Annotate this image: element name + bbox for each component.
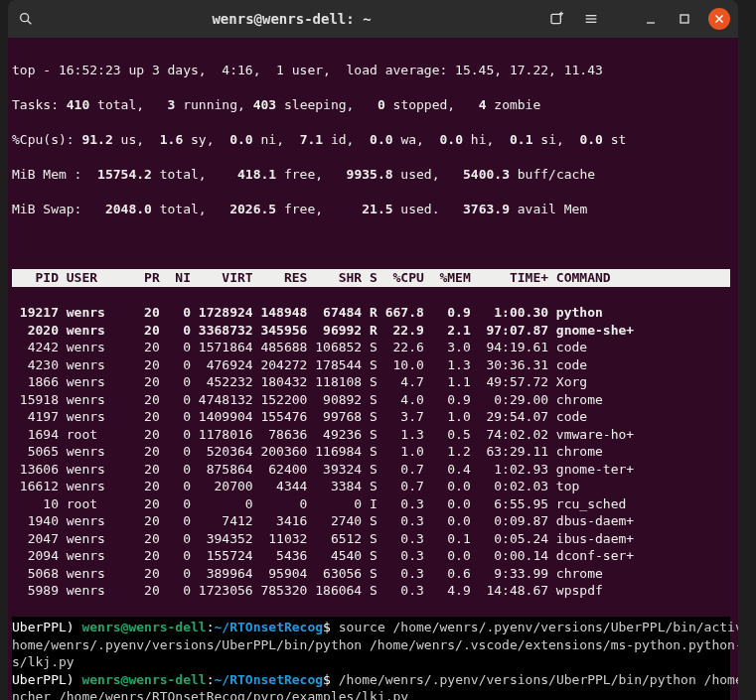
minimize-button[interactable]: [641, 9, 661, 29]
search-icon[interactable]: [16, 9, 36, 29]
svg-line-1: [28, 21, 32, 25]
top-summary-swap: MiB Swap: 2048.0 total, 2026.5 free, 21.…: [12, 201, 730, 218]
table-row: 2047 wenrs 20 0 394352 11032 6512 S 0.3 …: [12, 530, 730, 548]
table-row: 2020 wenrs 20 0 3368732 345956 96992 R 2…: [12, 322, 730, 340]
table-row: 1940 wenrs 20 0 7412 3416 2740 S 0.3 0.0…: [12, 512, 730, 530]
shell-session: UberPPL) wenrs@wenrs-dell:~/RTOnsetRecog…: [12, 617, 730, 700]
table-row: 1694 root 20 0 1178016 78636 49236 S 1.3…: [12, 426, 730, 444]
terminal-output[interactable]: top - 16:52:23 up 3 days, 4:16, 1 user, …: [8, 38, 738, 700]
top-summary-line1: top - 16:52:23 up 3 days, 4:16, 1 user, …: [12, 62, 730, 79]
table-row: 10 root 20 0 0 0 0 I 0.3 0.0 6:55.95 rcu…: [12, 495, 730, 513]
table-row: 5989 wenrs 20 0 1723056 785320 186064 S …: [12, 582, 730, 600]
process-table-header: PID USER PR NI VIRT RES SHR S %CPU %MEM …: [12, 269, 730, 287]
svg-rect-9: [680, 15, 688, 23]
table-row: 1866 wenrs 20 0 452232 180432 118108 S 4…: [12, 373, 730, 391]
table-row: 13606 wenrs 20 0 875864 62400 39324 S 0.…: [12, 461, 730, 479]
table-row: 2094 wenrs 20 0 155724 5436 4540 S 0.3 0…: [12, 547, 730, 565]
window-title: wenrs@wenrs-dell: ~: [36, 11, 547, 27]
svg-point-0: [21, 14, 29, 22]
table-row: 5068 wenrs 20 0 389964 95904 63056 S 0.3…: [12, 565, 730, 583]
top-summary-cpu: %Cpu(s): 91.2 us, 1.6 sy, 0.0 ni, 7.1 id…: [12, 131, 730, 149]
titlebar: wenrs@wenrs-dell: ~: [8, 0, 738, 38]
table-row: 4197 wenrs 20 0 1409904 155476 99768 S 3…: [12, 408, 730, 426]
new-tab-icon[interactable]: [547, 9, 567, 29]
svg-rect-2: [551, 14, 560, 23]
top-summary-tasks: Tasks: 410 total, 3 running, 403 sleepin…: [12, 96, 730, 114]
terminal-window: wenrs@wenrs-dell: ~ top - 16:52:23 up 3 …: [8, 0, 738, 700]
maximize-button[interactable]: [675, 9, 694, 29]
top-summary-mem: MiB Mem : 15754.2 total, 418.1 free, 993…: [12, 166, 730, 184]
hamburger-menu-icon[interactable]: [581, 9, 601, 29]
table-row: 4242 wenrs 20 0 1571864 485688 106852 S …: [12, 339, 730, 356]
table-row: 15918 wenrs 20 0 4748132 152200 90892 S …: [12, 391, 730, 409]
table-row: 16612 wenrs 20 0 20700 4344 3384 S 0.7 0…: [12, 478, 730, 495]
close-button[interactable]: [708, 8, 730, 30]
table-row: 4230 wenrs 20 0 476924 204272 178544 S 1…: [12, 356, 730, 374]
process-table-body: 19217 wenrs 20 0 1728924 148948 67484 R …: [12, 304, 730, 600]
table-row: 5065 wenrs 20 0 520364 200360 116984 S 1…: [12, 443, 730, 461]
table-row: 19217 wenrs 20 0 1728924 148948 67484 R …: [12, 304, 730, 322]
